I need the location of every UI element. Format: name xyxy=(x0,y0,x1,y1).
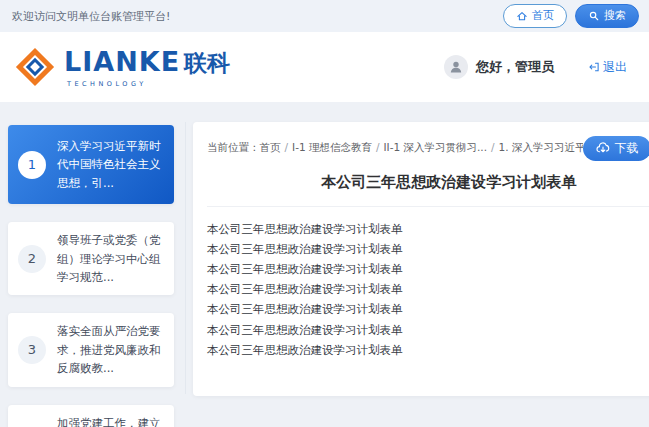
item-number-badge: 1 xyxy=(18,151,46,179)
breadcrumb-home[interactable]: 首页 xyxy=(260,141,281,153)
topbar: 欢迎访问文明单位台账管理平台! 首页 搜索 xyxy=(0,0,649,32)
home-button-label: 首页 xyxy=(532,8,554,23)
download-button[interactable]: 下载 xyxy=(583,136,649,161)
sidebar-item-label: 加强党建工作，建立健全“党建+文明创建”机制... xyxy=(57,414,164,427)
list-item[interactable]: 本公司三年思想政治建设学习计划表单 xyxy=(207,280,649,300)
file-list: 本公司三年思想政治建设学习计划表单 本公司三年思想政治建设学习计划表单 本公司三… xyxy=(207,219,649,360)
main: 1 深入学习习近平新时代中国特色社会主义思想，引... 2 领导班子或党委（党组… xyxy=(0,102,649,427)
breadcrumb-label: 当前位置： xyxy=(207,141,260,153)
cloud-download-icon xyxy=(596,141,610,155)
sidebar-item-4[interactable]: 4 加强党建工作，建立健全“党建+文明创建”机制... xyxy=(8,405,174,427)
welcome-text: 欢迎访问文明单位台账管理平台! xyxy=(12,9,170,24)
logout-icon xyxy=(588,61,600,73)
logo-subtitle: TECHNOLOGY xyxy=(64,80,230,88)
sidebar: 1 深入学习习近平新时代中国特色社会主义思想，引... 2 领导班子或党委（党组… xyxy=(8,122,174,427)
sidebar-item-3[interactable]: 3 落实全面从严治党要求，推进党风廉政和反腐败教... xyxy=(8,313,174,386)
search-button-label: 搜索 xyxy=(604,8,626,23)
home-button[interactable]: 首页 xyxy=(503,4,567,27)
sidebar-item-2[interactable]: 2 领导班子或党委（党组）理论学习中心组学习规范... xyxy=(8,222,174,295)
breadcrumb-separator: / xyxy=(285,141,289,153)
breadcrumb-row: 当前位置：首页/I-1 理想信念教育/II-1 深入学习贯彻习.../1. 深入… xyxy=(207,135,649,161)
list-item[interactable]: 本公司三年思想政治建设学习计划表单 xyxy=(207,239,649,259)
logo-text-en: LIANKE xyxy=(64,46,180,77)
home-icon xyxy=(516,10,528,22)
user-greeting: 您好，管理员 xyxy=(476,58,554,76)
breadcrumb: 当前位置：首页/I-1 理想信念教育/II-1 深入学习贯彻习.../1. 深入… xyxy=(207,141,583,155)
download-button-label: 下载 xyxy=(614,140,638,157)
lianke-logo-icon xyxy=(14,46,56,88)
logo-text-block: LIANKE 联科 TECHNOLOGY xyxy=(64,46,230,88)
user-area: 您好，管理员 退出 xyxy=(444,55,627,79)
list-item[interactable]: 本公司三年思想政治建设学习计划表单 xyxy=(207,340,649,360)
sidebar-item-label: 领导班子或党委（党组）理论学习中心组学习规范... xyxy=(57,231,164,286)
search-icon xyxy=(588,10,600,22)
header: LIANKE 联科 TECHNOLOGY 您好，管理员 退出 xyxy=(0,32,649,102)
topbar-buttons: 首页 搜索 xyxy=(503,4,639,27)
page-title: 本公司三年思想政治建设学习计划表单 xyxy=(207,173,649,192)
list-item[interactable]: 本公司三年思想政治建设学习计划表单 xyxy=(207,300,649,320)
title-divider xyxy=(207,206,649,207)
logout-button[interactable]: 退出 xyxy=(588,59,627,76)
item-number-badge: 3 xyxy=(18,336,46,364)
breadcrumb-current: 1. 深入学习习近平... xyxy=(499,141,584,153)
sidebar-item-1[interactable]: 1 深入学习习近平新时代中国特色社会主义思想，引... xyxy=(8,125,174,204)
user-avatar-icon xyxy=(444,55,468,79)
content-card: 当前位置：首页/I-1 理想信念教育/II-1 深入学习贯彻习.../1. 深入… xyxy=(193,122,649,396)
breadcrumb-separator: / xyxy=(376,141,380,153)
breadcrumb-separator: / xyxy=(491,141,495,153)
logo-text-cn: 联科 xyxy=(184,48,230,79)
sidebar-item-label: 深入学习习近平新时代中国特色社会主义思想，引... xyxy=(57,137,164,192)
logout-label: 退出 xyxy=(603,59,627,76)
list-item[interactable]: 本公司三年思想政治建设学习计划表单 xyxy=(207,320,649,340)
sidebar-content-divider xyxy=(185,122,186,394)
sidebar-item-label: 落实全面从严治党要求，推进党风廉政和反腐败教... xyxy=(57,322,164,377)
breadcrumb-level-1[interactable]: I-1 理想信念教育 xyxy=(292,141,372,153)
list-item[interactable]: 本公司三年思想政治建设学习计划表单 xyxy=(207,219,649,239)
breadcrumb-level-2[interactable]: II-1 深入学习贯彻习... xyxy=(384,141,488,153)
logo: LIANKE 联科 TECHNOLOGY xyxy=(14,46,230,88)
search-button[interactable]: 搜索 xyxy=(575,4,639,27)
item-number-badge: 2 xyxy=(18,245,46,273)
list-item[interactable]: 本公司三年思想政治建设学习计划表单 xyxy=(207,259,649,279)
